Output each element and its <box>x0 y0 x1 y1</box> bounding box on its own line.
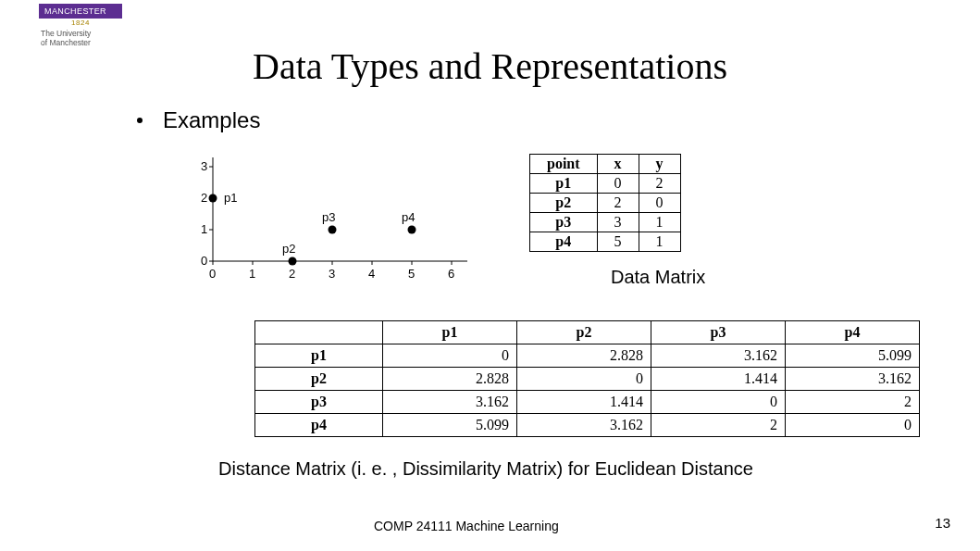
table-row: p45.0993.16220 <box>255 414 920 437</box>
y-ticks: 0 1 2 3 <box>201 159 213 268</box>
table-row: p102.8283.1625.099 <box>255 344 920 368</box>
xtick-6: 6 <box>448 267 454 281</box>
point-p4 <box>408 226 416 234</box>
xtick-2: 2 <box>289 267 295 281</box>
table-row: p102 <box>530 174 681 194</box>
ytick-3: 3 <box>201 159 207 173</box>
university-logo: MANCHESTER 1824 The University of Manche… <box>39 4 122 47</box>
table-row: point x y <box>530 155 681 174</box>
table-row: p33.1621.41402 <box>255 391 920 414</box>
logo-year: 1824 <box>39 19 122 27</box>
xtick-0: 0 <box>209 267 216 281</box>
point-p2 <box>289 257 297 266</box>
x-ticks: 0 1 2 3 4 5 6 <box>209 261 454 281</box>
footer-course: COMP 24111 Machine Learning <box>374 519 559 533</box>
point-p3 <box>329 226 337 234</box>
data-matrix-label: Data Matrix <box>611 267 705 288</box>
label-p2: p2 <box>282 242 295 256</box>
xtick-1: 1 <box>249 267 255 281</box>
data-matrix-table: point x y p102 p220 p331 p451 <box>529 154 681 252</box>
ytick-2: 2 <box>201 191 207 205</box>
col-point: point <box>530 155 598 174</box>
col-y: y <box>639 155 680 174</box>
label-p3: p3 <box>322 210 335 224</box>
bullet-examples: Examples <box>137 107 260 133</box>
table-row: p331 <box>530 213 681 232</box>
xtick-3: 3 <box>329 267 335 281</box>
xtick-5: 5 <box>408 267 415 281</box>
page-number: 13 <box>935 515 950 531</box>
point-p1 <box>209 194 217 203</box>
ytick-0: 0 <box>201 254 207 268</box>
table-row: p1 p2 p3 p4 <box>255 321 920 344</box>
table-row: p22.82801.4143.162 <box>255 368 920 391</box>
col-x: x <box>597 155 639 174</box>
distance-matrix-table: p1 p2 p3 p4 p102.8283.1625.099 p22.82801… <box>254 320 920 437</box>
logo-name: MANCHESTER <box>44 6 106 16</box>
bullet-text: Examples <box>163 107 260 132</box>
label-p4: p4 <box>402 210 415 224</box>
logo-sub1: The University <box>41 29 91 38</box>
xtick-4: 4 <box>368 267 375 281</box>
bullet-dot-icon <box>137 118 143 123</box>
ytick-1: 1 <box>201 222 207 236</box>
distance-matrix-caption: Distance Matrix (i. e. , Dissimilarity M… <box>218 458 753 480</box>
label-p1: p1 <box>224 191 237 205</box>
slide-title: Data Types and Representations <box>0 44 980 88</box>
table-row: p220 <box>530 194 681 213</box>
scatter-plot: 0 1 2 3 0 1 2 3 4 5 6 p1 p2 p3 p4 <box>180 148 486 287</box>
table-row: p451 <box>530 232 681 252</box>
